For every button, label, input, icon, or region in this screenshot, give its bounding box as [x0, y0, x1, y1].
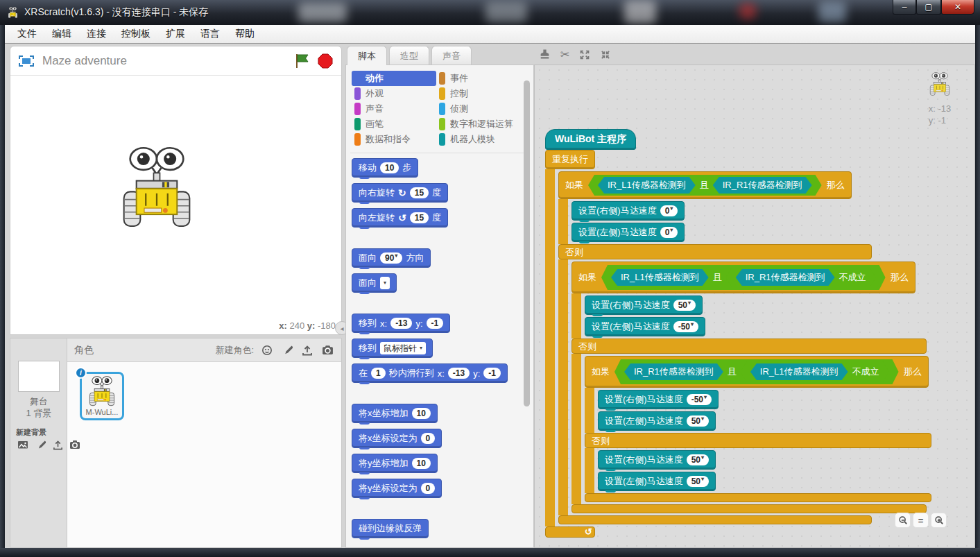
- block-turn-left[interactable]: 向左旋转↺ 15度: [352, 208, 448, 228]
- not-operator-block[interactable]: IR_L1传感器检测到 不成立: [741, 361, 889, 382]
- stage-canvas[interactable]: x: 240 y: -180 ◂: [10, 76, 341, 334]
- set-right-motor-block[interactable]: 设置(右侧)马达速度 50▾: [598, 450, 716, 470]
- menu-extensions[interactable]: 扩展: [159, 26, 192, 42]
- goto-target-dropdown[interactable]: 鼠标指针▾: [380, 342, 426, 354]
- category-data[interactable]: 数据和指令: [352, 132, 436, 147]
- script-area[interactable]: x: -13 y: -1 WuLiBot 主程序 重复执行 如果 IR_L1传感…: [534, 65, 975, 548]
- if-header-2[interactable]: 如果 IR_L1传感器检测到 且 IR_R1传感器检测到 不成立: [571, 262, 915, 293]
- new-backdrop-paint-icon[interactable]: [33, 438, 47, 451]
- block-set-y[interactable]: 将y坐标设定为0: [352, 479, 442, 498]
- set-left-motor-block[interactable]: 设置(左侧)马达速度 50▾: [598, 411, 716, 431]
- sensor-ir-l1-block[interactable]: IR_L1传感器检测到: [611, 269, 709, 286]
- new-sprite-library-icon[interactable]: [260, 344, 274, 357]
- new-sprite-upload-icon[interactable]: [300, 344, 314, 357]
- sensor-ir-l1-block[interactable]: IR_L1传感器检测到: [598, 177, 696, 194]
- block-bounce-on-edge[interactable]: 碰到边缘就反弹: [352, 519, 429, 538]
- sensor-ir-r1-block[interactable]: IR_R1传感器检测到: [624, 363, 723, 380]
- if-else-block-1[interactable]: 如果 IR_L1传感器检测到 且 IR_R1传感器检测到 那么 设置(右侧)马达…: [558, 171, 931, 524]
- category-robot-label: 机器人模块: [450, 133, 495, 146]
- block-point-direction[interactable]: 面向 90▾ 方向: [352, 248, 431, 268]
- menu-file[interactable]: 文件: [10, 26, 44, 42]
- block-change-x[interactable]: 将x坐标增加10: [352, 404, 438, 423]
- sensor-ir-l1-block[interactable]: IR_L1传感器检测到: [750, 363, 848, 380]
- scissors-icon[interactable]: ✂: [560, 48, 569, 61]
- set-left-motor-block[interactable]: 设置(左侧)马达速度 -50▾: [585, 317, 705, 336]
- if-header-1[interactable]: 如果 IR_L1传感器检测到 且 IR_R1传感器检测到 那么: [558, 171, 852, 199]
- category-robot[interactable]: 机器人模块: [436, 132, 533, 147]
- zoom-out-button[interactable]: [895, 513, 911, 528]
- hat-block-wulibot-main[interactable]: WuLiBot 主程序: [545, 129, 636, 150]
- category-sensing[interactable]: 侦测: [436, 101, 533, 117]
- if-else-block-3[interactable]: 如果 IR_R1传感器检测到 且 IR_L1传感器检测到 不成立: [585, 356, 931, 502]
- close-button[interactable]: ✕: [941, 0, 974, 15]
- category-pen[interactable]: 画笔: [352, 117, 436, 132]
- sprite-thumbnail-selected[interactable]: i M-WuLi...: [80, 372, 124, 420]
- forever-block[interactable]: 重复执行 如果 IR_L1传感器检测到 且 IR_R1传感器检测到 那么: [545, 150, 931, 538]
- block-change-y[interactable]: 将y坐标增加10: [352, 454, 438, 473]
- new-sprite-camera-icon[interactable]: [320, 344, 334, 357]
- category-sensing-label: 侦测: [450, 103, 468, 115]
- block-point-towards[interactable]: 面向 ▾: [352, 273, 397, 293]
- block-glide[interactable]: 在1 秒内滑行到x: -13y: -1: [352, 363, 508, 383]
- block-goto-mouse[interactable]: 移到 鼠标指针▾: [352, 339, 433, 358]
- new-backdrop-camera-icon[interactable]: [68, 438, 82, 451]
- stamp-icon[interactable]: [539, 49, 551, 60]
- titlebar[interactable]: XRScratch(v1.6.3) - 没有连接串口 - 未保存 – ▢ ✕: [0, 0, 980, 25]
- if-foot-3: [585, 493, 931, 502]
- tab-sounds[interactable]: 声音: [431, 46, 472, 65]
- dropdown-icon: ▾: [670, 225, 673, 235]
- block-goto-xy[interactable]: 移到x: -13y: -1: [352, 314, 450, 333]
- menu-board[interactable]: 控制板: [114, 26, 157, 42]
- category-sound[interactable]: 声音: [352, 101, 436, 117]
- block-set-x[interactable]: 将x坐标设定为0: [352, 429, 442, 448]
- menu-edit[interactable]: 编辑: [45, 26, 78, 42]
- not-operator-block[interactable]: IR_R1传感器检测到 不成立: [726, 267, 876, 288]
- forever-header[interactable]: 重复执行: [545, 150, 595, 169]
- new-backdrop-upload-icon[interactable]: [51, 438, 65, 451]
- tab-scripts[interactable]: 脚本: [347, 46, 387, 65]
- category-motion[interactable]: 动作: [352, 71, 436, 86]
- zoom-reset-button[interactable]: =: [913, 513, 929, 528]
- robot-sprite-on-stage[interactable]: [114, 146, 199, 232]
- and-operator-block[interactable]: IR_R1传感器检测到 且 IR_L1传感器检测到 不成立: [614, 359, 899, 384]
- category-operators[interactable]: 数字和逻辑运算: [436, 117, 533, 132]
- and-operator-block[interactable]: IR_L1传感器检测到 且 IR_R1传感器检测到 不成立: [601, 265, 886, 290]
- green-flag-icon[interactable]: [295, 53, 309, 69]
- zoom-in-button[interactable]: [931, 513, 947, 528]
- stage-thumbnail[interactable]: [18, 361, 60, 392]
- minimize-button[interactable]: –: [893, 0, 916, 15]
- new-sprite-paint-icon[interactable]: [280, 344, 294, 357]
- point-towards-dropdown[interactable]: ▾: [380, 277, 390, 289]
- fullscreen-icon[interactable]: [19, 55, 34, 67]
- shrink-icon[interactable]: [600, 49, 611, 60]
- and-operator-block[interactable]: IR_L1传感器检测到 且 IR_R1传感器检测到: [588, 175, 822, 196]
- set-left-motor-block[interactable]: 设置(左侧)马达速度 0▾: [571, 223, 685, 242]
- maximize-button[interactable]: ▢: [916, 0, 941, 15]
- menu-language[interactable]: 语言: [194, 26, 227, 42]
- block-move-steps[interactable]: 移动10步: [352, 158, 418, 178]
- category-events[interactable]: 事件: [436, 71, 533, 86]
- set-right-motor-block[interactable]: 设置(右侧)马达速度 0▾: [571, 201, 685, 221]
- category-events-swatch: [439, 72, 445, 85]
- menu-help[interactable]: 帮助: [228, 26, 261, 42]
- project-title[interactable]: Maze adventure: [42, 54, 287, 68]
- stop-icon[interactable]: [318, 53, 333, 69]
- category-control[interactable]: 控制: [436, 86, 533, 101]
- active-sprite-indicator: x: -13 y: -1: [913, 72, 966, 126]
- script-stack[interactable]: WuLiBot 主程序 重复执行 如果 IR_L1传感器检测到 且 IR_R1传…: [545, 129, 931, 538]
- tab-costumes[interactable]: 造型: [389, 46, 429, 65]
- if-header-3[interactable]: 如果 IR_R1传感器检测到 且 IR_L1传感器检测到 不成立: [585, 356, 929, 388]
- block-turn-right[interactable]: 向右旋转↻ 15度: [352, 183, 448, 203]
- if-else-block-2[interactable]: 如果 IR_L1传感器检测到 且 IR_R1传感器检测到 不成立: [571, 262, 931, 513]
- grow-icon[interactable]: [579, 49, 590, 60]
- set-right-motor-block[interactable]: 设置(右侧)马达速度 50▾: [585, 295, 703, 315]
- set-left-motor-block[interactable]: 设置(左侧)马达速度 50▾: [598, 472, 716, 491]
- sprite-info-icon[interactable]: i: [75, 367, 87, 379]
- new-backdrop-picture-icon[interactable]: [16, 438, 30, 451]
- set-right-motor-block[interactable]: 设置(右侧)马达速度 -50▾: [598, 390, 719, 409]
- menu-connect[interactable]: 连接: [80, 26, 113, 42]
- category-looks[interactable]: 外观: [352, 86, 436, 101]
- sensor-ir-r1-block[interactable]: IR_R1传感器检测到: [736, 269, 835, 286]
- palette-scrollbar[interactable]: [524, 80, 530, 406]
- sensor-ir-r1-block[interactable]: IR_R1传感器检测到: [713, 177, 812, 194]
